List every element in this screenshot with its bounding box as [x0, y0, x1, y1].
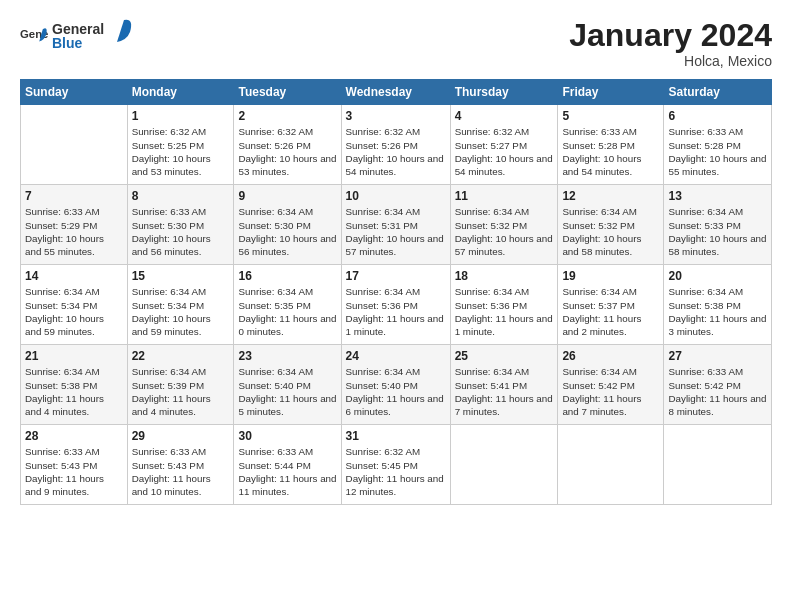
day-info: Sunrise: 6:33 AM Sunset: 5:43 PM Dayligh… [25, 445, 123, 498]
day-info: Sunrise: 6:33 AM Sunset: 5:28 PM Dayligh… [668, 125, 767, 178]
calendar-cell: 15Sunrise: 6:34 AM Sunset: 5:34 PM Dayli… [127, 265, 234, 345]
day-info: Sunrise: 6:33 AM Sunset: 5:28 PM Dayligh… [562, 125, 659, 178]
day-number: 10 [346, 188, 446, 204]
calendar-cell [21, 105, 128, 185]
day-number: 22 [132, 348, 230, 364]
calendar-cell: 24Sunrise: 6:34 AM Sunset: 5:40 PM Dayli… [341, 345, 450, 425]
calendar-cell: 22Sunrise: 6:34 AM Sunset: 5:39 PM Dayli… [127, 345, 234, 425]
calendar-cell: 17Sunrise: 6:34 AM Sunset: 5:36 PM Dayli… [341, 265, 450, 345]
day-info: Sunrise: 6:34 AM Sunset: 5:40 PM Dayligh… [346, 365, 446, 418]
calendar-cell: 10Sunrise: 6:34 AM Sunset: 5:31 PM Dayli… [341, 185, 450, 265]
day-info: Sunrise: 6:34 AM Sunset: 5:36 PM Dayligh… [346, 285, 446, 338]
calendar-cell: 11Sunrise: 6:34 AM Sunset: 5:32 PM Dayli… [450, 185, 558, 265]
header: General General Blue January 2024 Holca,… [20, 18, 772, 69]
day-info: Sunrise: 6:32 AM Sunset: 5:25 PM Dayligh… [132, 125, 230, 178]
header-thursday: Thursday [450, 80, 558, 105]
calendar-cell: 26Sunrise: 6:34 AM Sunset: 5:42 PM Dayli… [558, 345, 664, 425]
day-number: 11 [455, 188, 554, 204]
day-number: 13 [668, 188, 767, 204]
calendar-cell: 2Sunrise: 6:32 AM Sunset: 5:26 PM Daylig… [234, 105, 341, 185]
calendar-cell [558, 425, 664, 505]
logo-svg: General Blue [52, 18, 142, 54]
day-info: Sunrise: 6:34 AM Sunset: 5:33 PM Dayligh… [668, 205, 767, 258]
calendar-cell: 6Sunrise: 6:33 AM Sunset: 5:28 PM Daylig… [664, 105, 772, 185]
day-info: Sunrise: 6:34 AM Sunset: 5:31 PM Dayligh… [346, 205, 446, 258]
day-number: 30 [238, 428, 336, 444]
logo: General General Blue [20, 18, 142, 59]
day-number: 21 [25, 348, 123, 364]
svg-text:Blue: Blue [52, 35, 83, 51]
calendar-cell: 30Sunrise: 6:33 AM Sunset: 5:44 PM Dayli… [234, 425, 341, 505]
day-info: Sunrise: 6:34 AM Sunset: 5:35 PM Dayligh… [238, 285, 336, 338]
day-number: 29 [132, 428, 230, 444]
calendar-cell [450, 425, 558, 505]
day-number: 25 [455, 348, 554, 364]
day-number: 7 [25, 188, 123, 204]
day-number: 31 [346, 428, 446, 444]
calendar-cell: 14Sunrise: 6:34 AM Sunset: 5:34 PM Dayli… [21, 265, 128, 345]
calendar-cell: 19Sunrise: 6:34 AM Sunset: 5:37 PM Dayli… [558, 265, 664, 345]
calendar-cell: 23Sunrise: 6:34 AM Sunset: 5:40 PM Dayli… [234, 345, 341, 425]
day-number: 4 [455, 108, 554, 124]
day-number: 19 [562, 268, 659, 284]
calendar-week-row: 28Sunrise: 6:33 AM Sunset: 5:43 PM Dayli… [21, 425, 772, 505]
calendar-cell: 13Sunrise: 6:34 AM Sunset: 5:33 PM Dayli… [664, 185, 772, 265]
day-number: 5 [562, 108, 659, 124]
day-number: 17 [346, 268, 446, 284]
day-info: Sunrise: 6:34 AM Sunset: 5:38 PM Dayligh… [668, 285, 767, 338]
calendar-week-row: 7Sunrise: 6:33 AM Sunset: 5:29 PM Daylig… [21, 185, 772, 265]
day-number: 20 [668, 268, 767, 284]
day-number: 3 [346, 108, 446, 124]
day-number: 24 [346, 348, 446, 364]
logo-text: General Blue [52, 18, 142, 59]
calendar-cell: 21Sunrise: 6:34 AM Sunset: 5:38 PM Dayli… [21, 345, 128, 425]
header-monday: Monday [127, 80, 234, 105]
title-block: January 2024 Holca, Mexico [569, 18, 772, 69]
day-info: Sunrise: 6:33 AM Sunset: 5:30 PM Dayligh… [132, 205, 230, 258]
day-info: Sunrise: 6:34 AM Sunset: 5:38 PM Dayligh… [25, 365, 123, 418]
day-info: Sunrise: 6:34 AM Sunset: 5:32 PM Dayligh… [455, 205, 554, 258]
header-saturday: Saturday [664, 80, 772, 105]
calendar-cell: 16Sunrise: 6:34 AM Sunset: 5:35 PM Dayli… [234, 265, 341, 345]
day-number: 26 [562, 348, 659, 364]
weekday-header-row: Sunday Monday Tuesday Wednesday Thursday… [21, 80, 772, 105]
calendar-cell: 28Sunrise: 6:33 AM Sunset: 5:43 PM Dayli… [21, 425, 128, 505]
location: Holca, Mexico [569, 53, 772, 69]
logo-icon: General [20, 24, 48, 52]
day-info: Sunrise: 6:34 AM Sunset: 5:30 PM Dayligh… [238, 205, 336, 258]
day-number: 27 [668, 348, 767, 364]
day-info: Sunrise: 6:34 AM Sunset: 5:37 PM Dayligh… [562, 285, 659, 338]
calendar-cell: 8Sunrise: 6:33 AM Sunset: 5:30 PM Daylig… [127, 185, 234, 265]
calendar-cell: 12Sunrise: 6:34 AM Sunset: 5:32 PM Dayli… [558, 185, 664, 265]
day-number: 8 [132, 188, 230, 204]
day-number: 1 [132, 108, 230, 124]
day-number: 14 [25, 268, 123, 284]
calendar-cell: 4Sunrise: 6:32 AM Sunset: 5:27 PM Daylig… [450, 105, 558, 185]
day-info: Sunrise: 6:34 AM Sunset: 5:32 PM Dayligh… [562, 205, 659, 258]
day-info: Sunrise: 6:34 AM Sunset: 5:40 PM Dayligh… [238, 365, 336, 418]
day-info: Sunrise: 6:33 AM Sunset: 5:29 PM Dayligh… [25, 205, 123, 258]
day-number: 28 [25, 428, 123, 444]
day-number: 9 [238, 188, 336, 204]
day-number: 15 [132, 268, 230, 284]
day-info: Sunrise: 6:32 AM Sunset: 5:45 PM Dayligh… [346, 445, 446, 498]
day-info: Sunrise: 6:34 AM Sunset: 5:34 PM Dayligh… [25, 285, 123, 338]
calendar-cell: 3Sunrise: 6:32 AM Sunset: 5:26 PM Daylig… [341, 105, 450, 185]
calendar-page: General General Blue January 2024 Holca,… [0, 0, 792, 612]
day-info: Sunrise: 6:33 AM Sunset: 5:44 PM Dayligh… [238, 445, 336, 498]
day-number: 2 [238, 108, 336, 124]
calendar-cell: 31Sunrise: 6:32 AM Sunset: 5:45 PM Dayli… [341, 425, 450, 505]
calendar-cell: 27Sunrise: 6:33 AM Sunset: 5:42 PM Dayli… [664, 345, 772, 425]
calendar-cell: 18Sunrise: 6:34 AM Sunset: 5:36 PM Dayli… [450, 265, 558, 345]
calendar-cell: 7Sunrise: 6:33 AM Sunset: 5:29 PM Daylig… [21, 185, 128, 265]
calendar-cell: 29Sunrise: 6:33 AM Sunset: 5:43 PM Dayli… [127, 425, 234, 505]
day-info: Sunrise: 6:33 AM Sunset: 5:43 PM Dayligh… [132, 445, 230, 498]
day-info: Sunrise: 6:32 AM Sunset: 5:26 PM Dayligh… [346, 125, 446, 178]
day-info: Sunrise: 6:33 AM Sunset: 5:42 PM Dayligh… [668, 365, 767, 418]
header-tuesday: Tuesday [234, 80, 341, 105]
header-sunday: Sunday [21, 80, 128, 105]
calendar-cell: 5Sunrise: 6:33 AM Sunset: 5:28 PM Daylig… [558, 105, 664, 185]
calendar-cell: 9Sunrise: 6:34 AM Sunset: 5:30 PM Daylig… [234, 185, 341, 265]
calendar-cell: 25Sunrise: 6:34 AM Sunset: 5:41 PM Dayli… [450, 345, 558, 425]
day-number: 16 [238, 268, 336, 284]
